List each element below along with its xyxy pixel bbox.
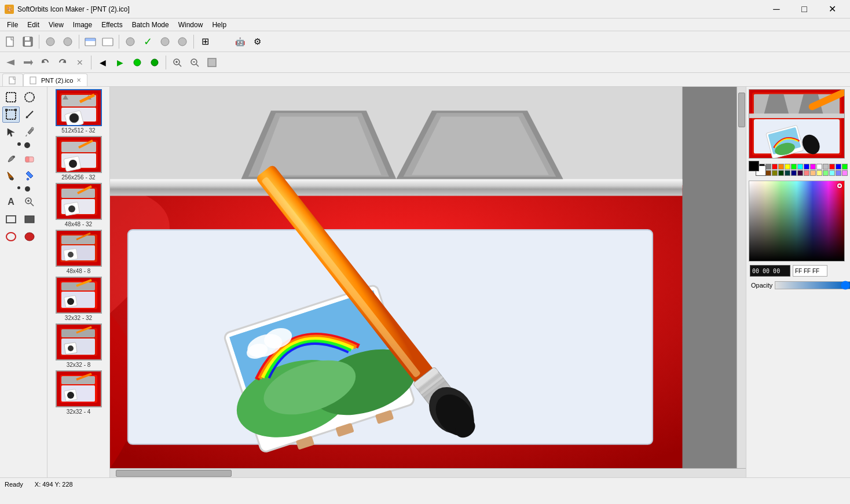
tb-t7[interactable]: [122, 34, 138, 50]
menu-file[interactable]: File: [2, 20, 23, 30]
tb-save[interactable]: [20, 34, 36, 50]
swatch-green2[interactable]: [842, 164, 848, 170]
tool-ellipse-fill[interactable]: [21, 229, 38, 245]
swatch-lightblue[interactable]: [836, 170, 841, 176]
swatch-magenta[interactable]: [810, 164, 816, 170]
tb-play[interactable]: ▶: [112, 54, 128, 71]
sep3: [119, 35, 119, 49]
swatch-lightyellow[interactable]: [816, 170, 822, 176]
tool-draw[interactable]: [2, 150, 20, 167]
menu-image[interactable]: Image: [68, 20, 97, 30]
tab-close-btn[interactable]: ✕: [76, 77, 81, 83]
canvas-scrollbar-h[interactable]: [110, 468, 746, 477]
tb-fit[interactable]: [204, 54, 220, 71]
fg-hex-input[interactable]: 00 00 00: [750, 265, 790, 277]
tb-zoom-in[interactable]: [169, 54, 185, 71]
tool-select-rect[interactable]: [2, 89, 20, 105]
tool-fill[interactable]: [21, 168, 38, 184]
thumb-32x32-8[interactable]: 32x32 - 8: [50, 323, 107, 368]
swatch-cyan[interactable]: [797, 164, 803, 170]
menu-effects[interactable]: Effects: [97, 20, 127, 30]
close-button[interactable]: ✕: [819, 0, 845, 19]
tb-t5[interactable]: [82, 34, 98, 50]
swatch-peach[interactable]: [810, 170, 816, 176]
tb-check[interactable]: ✓: [140, 34, 156, 50]
menu-batchmode[interactable]: Batch Mode: [127, 20, 174, 30]
thumb-256x256[interactable]: 256x256 - 32: [50, 136, 107, 181]
tool-brush[interactable]: [2, 168, 20, 184]
bg-hex-input[interactable]: FF FF FF: [793, 265, 827, 277]
scrollbar-h-thumb[interactable]: [116, 470, 232, 477]
tb-t4[interactable]: [60, 34, 76, 50]
tb-zoom-out[interactable]: [186, 54, 203, 71]
tb-settings[interactable]: ⚙: [249, 34, 265, 50]
tool-zoom[interactable]: [21, 194, 38, 210]
tb-cancel[interactable]: ✕: [72, 54, 88, 71]
maximize-button[interactable]: □: [791, 0, 818, 19]
thumb-48x48-32[interactable]: 48x48 - 32: [50, 183, 107, 227]
swatch-green[interactable]: [791, 164, 797, 170]
swatch-lightmagenta[interactable]: [842, 170, 848, 176]
canvas-scrollbar-v[interactable]: [737, 87, 746, 468]
menu-view[interactable]: View: [44, 20, 68, 30]
swatch-red2[interactable]: [829, 164, 835, 170]
thumb-512x512[interactable]: 512x512 - 32: [50, 89, 107, 134]
color-gradient-picker[interactable]: [749, 181, 845, 262]
tb-arrow-right[interactable]: [20, 54, 36, 71]
swatch-blue2[interactable]: [836, 164, 841, 170]
swatch-purple[interactable]: [797, 170, 803, 176]
fg-color-box[interactable]: [749, 161, 759, 171]
tb-t9[interactable]: [157, 34, 173, 50]
tb-android[interactable]: 🤖: [232, 34, 248, 50]
swatch-silver[interactable]: [823, 164, 829, 170]
tb-redo[interactable]: [54, 54, 71, 71]
swatch-gray[interactable]: [765, 164, 771, 170]
tool-ellipse-outline[interactable]: [2, 229, 20, 245]
swatch-brown[interactable]: [765, 170, 771, 176]
status-coords: X: 494 Y: 228: [35, 481, 73, 488]
tool-rect-fill[interactable]: [21, 211, 38, 227]
scrollbar-v-thumb[interactable]: [738, 93, 745, 127]
swatch-teal[interactable]: [785, 170, 790, 176]
tb-new[interactable]: [2, 34, 19, 50]
menu-edit[interactable]: Edit: [23, 20, 44, 30]
tool-select-poly[interactable]: [2, 106, 20, 123]
opacity-slider[interactable]: [775, 281, 850, 289]
thumb-32x32-4[interactable]: 32x32 - 4: [50, 370, 107, 415]
tb-record[interactable]: [129, 54, 145, 71]
menu-help[interactable]: Help: [207, 20, 231, 30]
tool-select-ellipse[interactable]: [21, 89, 38, 105]
thumb-48x48-8[interactable]: 48x48 - 8: [50, 230, 107, 274]
tab-pnt2ico[interactable]: PNT (2).ico ✕: [23, 73, 87, 86]
swatch-blue[interactable]: [804, 164, 809, 170]
swatch-white[interactable]: [816, 164, 822, 170]
swatch-lightgreen[interactable]: [823, 170, 829, 176]
swatch-olive[interactable]: [772, 170, 778, 176]
swatch-yellow[interactable]: [785, 164, 790, 170]
tool-eyedropper[interactable]: [21, 124, 38, 140]
minimize-button[interactable]: ─: [763, 0, 790, 19]
swatch-lightcyan[interactable]: [829, 170, 835, 176]
tool-pencil[interactable]: [21, 106, 38, 123]
swatch-navy[interactable]: [791, 170, 797, 176]
tb-t6[interactable]: [100, 34, 116, 50]
canvas-area[interactable]: [110, 87, 746, 477]
tb-prev[interactable]: ◀: [94, 54, 111, 71]
swatch-orange[interactable]: [778, 164, 784, 170]
thumb-32x32-32[interactable]: 32x32 - 32: [50, 277, 107, 321]
tb-undo[interactable]: [37, 54, 53, 71]
tb-t3[interactable]: [42, 34, 58, 50]
menu-window[interactable]: Window: [174, 20, 208, 30]
tb-t10[interactable]: [174, 34, 190, 50]
tb-windows[interactable]: ⊞: [197, 34, 213, 50]
tb-arrow-left[interactable]: [2, 54, 19, 71]
tool-arrow[interactable]: [2, 124, 20, 140]
swatch-darkgreen[interactable]: [778, 170, 784, 176]
tool-text[interactable]: A: [2, 194, 20, 210]
swatch-pink[interactable]: [804, 170, 809, 176]
tool-rect[interactable]: [2, 211, 20, 227]
tool-eraser[interactable]: [21, 150, 38, 167]
swatch-red[interactable]: [772, 164, 778, 170]
tb-apple[interactable]: [214, 34, 230, 50]
tb-ok[interactable]: [146, 54, 163, 71]
